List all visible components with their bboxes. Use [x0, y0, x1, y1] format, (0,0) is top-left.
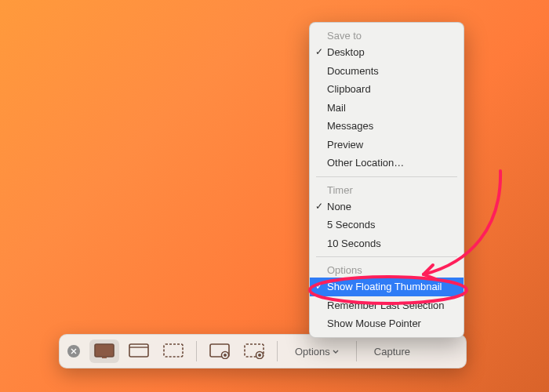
menu-item-timer-none[interactable]: ✓None [310, 198, 464, 216]
menu-separator [316, 256, 457, 257]
svg-point-10 [258, 354, 261, 357]
toolbar-divider [277, 341, 278, 361]
toolbar-divider [196, 341, 197, 361]
menu-item-show-mouse-pointer[interactable]: Show Mouse Pointer [310, 314, 464, 333]
record-selection-icon [244, 343, 264, 359]
svg-rect-1 [102, 357, 107, 358]
menu-item-mail[interactable]: Mail [310, 99, 464, 118]
svg-rect-0 [95, 344, 114, 357]
menu-item-other-location[interactable]: Other Location… [310, 154, 464, 172]
close-button[interactable] [67, 345, 80, 358]
svg-point-7 [224, 354, 227, 357]
annotation-overlay [0, 0, 549, 392]
svg-rect-2 [129, 344, 148, 357]
menu-item-messages[interactable]: Messages [310, 117, 464, 136]
options-label: Options [295, 346, 330, 358]
toolbar-divider [356, 341, 357, 361]
menu-header-options: Options [310, 261, 464, 278]
menu-item-remember-last-selection[interactable]: Remember Last Selection [310, 296, 464, 315]
capture-selection-button[interactable] [158, 339, 188, 363]
options-button[interactable]: Options [285, 339, 348, 363]
check-icon: ✓ [315, 45, 323, 59]
check-icon: ✓ [315, 279, 323, 293]
menu-item-clipboard[interactable]: Clipboard [310, 80, 464, 99]
window-icon [129, 343, 149, 359]
options-menu: Save to ✓Desktop Documents Clipboard Mai… [309, 22, 464, 338]
menu-item-show-floating-thumbnail[interactable]: ✓Show Floating Thumbnail [310, 278, 464, 296]
capture-button[interactable]: Capture [365, 339, 420, 363]
close-icon [71, 348, 77, 354]
menu-item-preview[interactable]: Preview [310, 136, 464, 154]
menu-item-documents[interactable]: Documents [310, 62, 464, 81]
capture-entire-screen-button[interactable] [89, 339, 119, 363]
menu-item-desktop[interactable]: ✓Desktop [310, 43, 464, 62]
record-screen-icon [209, 343, 230, 359]
selection-icon [163, 343, 184, 359]
svg-rect-4 [164, 344, 183, 357]
capture-label: Capture [374, 346, 410, 358]
menu-separator [316, 176, 457, 177]
menu-item-timer-5s[interactable]: 5 Seconds [310, 216, 464, 234]
record-entire-screen-button[interactable] [205, 339, 235, 363]
menu-header-save-to: Save to [310, 27, 464, 43]
screen-icon [94, 343, 115, 359]
screenshot-toolbar: Options Capture [59, 334, 467, 368]
menu-item-timer-10s[interactable]: 10 Seconds [310, 234, 464, 253]
menu-header-timer: Timer [310, 181, 464, 198]
record-selection-button[interactable] [239, 339, 269, 363]
check-icon: ✓ [315, 199, 323, 213]
chevron-down-icon [333, 350, 339, 354]
capture-window-button[interactable] [124, 339, 154, 363]
